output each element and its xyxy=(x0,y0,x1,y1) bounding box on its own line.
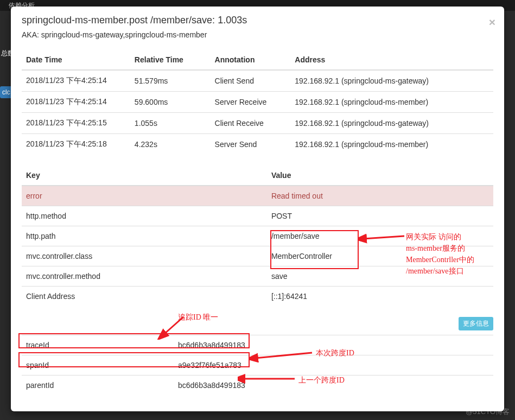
table-row: 2018/11/23 下午4:25:18 4.232s Server Send … xyxy=(22,134,493,155)
cell-value: bc6d6b3a8d499183 xyxy=(174,335,493,355)
cell-value: [::1]:64241 xyxy=(267,287,493,307)
col-datetime: Date Time xyxy=(22,50,130,70)
annotations-table: Date Time Relative Time Annotation Addre… xyxy=(22,50,493,155)
ids-table: traceId bc6d6b3a8d499183 spanId a9e32f76… xyxy=(22,335,493,395)
cell-key: mvc.controller.method xyxy=(22,266,267,287)
cell-key: http.path xyxy=(22,226,267,246)
col-value: Value xyxy=(267,166,493,186)
cell: 51.579ms xyxy=(130,70,211,92)
table-row: mvc.controller.method save xyxy=(22,266,493,287)
cell-value: POST xyxy=(267,206,493,226)
table-row: Client Address [::1]:64241 xyxy=(22,287,493,307)
cell-key: parentId xyxy=(22,376,174,396)
table-row: 2018/11/23 下午4:25:15 1.055s Client Recei… xyxy=(22,113,493,134)
cell: 59.600ms xyxy=(130,92,211,113)
col-relativetime: Relative Time xyxy=(130,50,211,70)
cell: 2018/11/23 下午4:25:18 xyxy=(22,134,130,155)
cell: 1.055s xyxy=(130,113,211,134)
watermark: @51CTO博客 xyxy=(466,407,510,417)
cell-key: spanId xyxy=(22,355,174,376)
modal-title: springcloud-ms-member.post /member/save:… xyxy=(22,15,493,26)
col-key: Key xyxy=(22,166,267,186)
cell-value: save xyxy=(267,266,493,287)
table-row: mvc.controller.class MemberController xyxy=(22,246,493,266)
cell-value: MemberController xyxy=(267,246,493,266)
col-annotation: Annotation xyxy=(211,50,291,70)
table-row: http.path /member/save xyxy=(22,226,493,246)
cell: Client Send xyxy=(211,70,291,92)
cell-key: traceId xyxy=(22,335,174,355)
cell: 192.168.92.1 (springcloud-ms-gateway) xyxy=(290,70,493,92)
cell-key: http.method xyxy=(22,206,267,226)
cell-value: /member/save xyxy=(267,226,493,246)
modal-header: springcloud-ms-member.post /member/save:… xyxy=(11,7,504,44)
table-row: 2018/11/23 下午4:25:14 59.600ms Server Rec… xyxy=(22,92,493,113)
cell-value: a9e32f76fe51a783 xyxy=(174,355,493,376)
cell: Server Send xyxy=(211,134,291,155)
close-icon[interactable]: × xyxy=(489,16,495,28)
cell: 4.232s xyxy=(130,134,211,155)
cell-key: Client Address xyxy=(22,287,267,307)
cell: Client Receive xyxy=(211,113,291,134)
cell: 2018/11/23 下午4:25:14 xyxy=(22,70,130,92)
table-row-error: error Read timed out xyxy=(22,186,493,206)
modal-body: Date Time Relative Time Annotation Addre… xyxy=(11,44,504,411)
more-info-button[interactable]: 更多信息 xyxy=(459,317,493,330)
tags-table: Key Value error Read timed out http.meth… xyxy=(22,166,493,306)
cell-value: bc6d6b3a8d499183 xyxy=(174,376,493,396)
table-row-parentid: parentId bc6d6b3a8d499183 xyxy=(22,376,493,396)
table-row-spanid: spanId a9e32f76fe51a783 xyxy=(22,355,493,376)
col-address: Address xyxy=(290,50,493,70)
cell: 2018/11/23 下午4:25:14 xyxy=(22,92,130,113)
modal-dialog: × springcloud-ms-member.post /member/sav… xyxy=(11,7,504,411)
table-row: http.method POST xyxy=(22,206,493,226)
cell: 192.168.92.1 (springcloud-ms-member) xyxy=(290,92,493,113)
cell: 192.168.92.1 (springcloud-ms-member) xyxy=(290,134,493,155)
cell: 192.168.92.1 (springcloud-ms-gateway) xyxy=(290,113,493,134)
cell-key: error xyxy=(22,186,267,206)
cell: Server Receive xyxy=(211,92,291,113)
cell: 2018/11/23 下午4:25:15 xyxy=(22,113,130,134)
cell-value: Read timed out xyxy=(267,186,493,206)
cell-key: mvc.controller.class xyxy=(22,246,267,266)
table-row: 2018/11/23 下午4:25:14 51.579ms Client Sen… xyxy=(22,70,493,92)
modal-subtitle: AKA: springcloud-ms-gateway,springcloud-… xyxy=(22,30,493,39)
table-row-traceid: traceId bc6d6b3a8d499183 xyxy=(22,335,493,355)
